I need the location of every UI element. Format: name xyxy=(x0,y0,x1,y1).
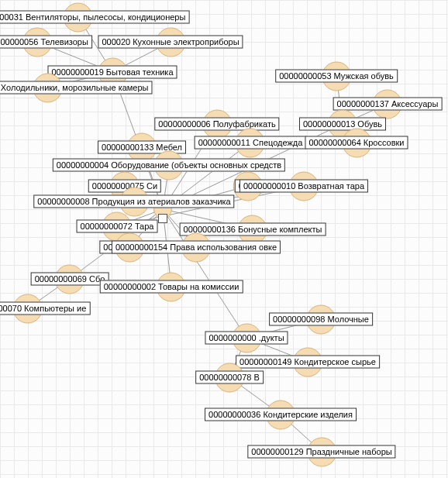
node-label: 00000000072 Тара xyxy=(77,220,158,233)
node-label: 00000000010 Возвратная тара xyxy=(240,180,368,193)
node-label: 00000000056 Телевизоры xyxy=(0,36,92,49)
node-label: 00000000149 Кондитерское сырье xyxy=(236,356,380,369)
graph-node[interactable]: 00000000137 Аксессуары xyxy=(333,98,443,111)
graph-node[interactable]: 00000000019 Бытовая техника xyxy=(47,66,177,79)
node-label: 00000000036 Кондитерские изделия xyxy=(205,408,357,421)
graph-node[interactable]: 00000000064 Кроссовки xyxy=(305,136,408,150)
graph-node[interactable]: 00000000056 Телевизоры xyxy=(0,36,92,49)
node-label: 00000000025 Холодильники, морозильные ка… xyxy=(0,81,153,95)
graph-node[interactable]: 00000000013 Обувь xyxy=(299,118,386,131)
node-label: 00000000002 Товары на комиссии xyxy=(100,280,243,294)
node-label: 000020 Кухонные электроприборы xyxy=(98,36,243,49)
node-label: 00000000070 Компьютеры ие xyxy=(0,302,90,315)
node-label: 00000000006 Полуфабрикать xyxy=(154,118,279,131)
graph-node[interactable]: 00000000129 Праздничные наборы xyxy=(247,445,395,459)
graph-node[interactable]: 00000000002 Товары на комиссии xyxy=(100,280,243,294)
graph-node[interactable]: 00000000008 Продукция из атериалов заказ… xyxy=(33,195,234,208)
node-label: 0000000000 .дукты xyxy=(205,332,288,345)
graph-node[interactable]: 00000000006 Полуфабрикать xyxy=(154,118,279,131)
graph-node[interactable]: 00000000149 Кондитерское сырье xyxy=(236,356,380,369)
node-label: 00000000137 Аксессуары xyxy=(333,98,443,111)
graph-node[interactable]: 00000000098 Молочные xyxy=(269,313,373,326)
node-label: 00000000129 Праздничные наборы xyxy=(247,445,395,459)
node-label: 00000000069 Сбо xyxy=(31,273,109,286)
graph-node[interactable]: 00000000004 Оборудование (объекты основн… xyxy=(53,159,285,172)
graph-node[interactable]: 00000000025 Холодильники, морозильные ка… xyxy=(0,81,153,95)
node-label: 00000000008 Продукция из атериалов заказ… xyxy=(33,195,234,208)
node-label: 00000000078 В xyxy=(195,371,264,384)
graph-node[interactable]: 00000000070 Компьютеры ие xyxy=(0,302,90,315)
node-label: 00000000053 Мужская обувь xyxy=(275,70,398,83)
graph-node[interactable]: 00000000036 Кондитерские изделия xyxy=(205,408,357,421)
graph-node[interactable]: 00000000010 Возвратная тара xyxy=(240,180,368,193)
node-label: 00000000011 Спецодежда xyxy=(195,136,307,150)
graph-node[interactable]: 00000000078 В xyxy=(195,371,264,384)
graph-node[interactable]: 00000000072 Тара xyxy=(77,220,158,233)
node-label: 00000000004 Оборудование (объекты основн… xyxy=(53,159,285,172)
node-label: 00000000064 Кроссовки xyxy=(305,136,408,150)
graph-node[interactable]: 00000000011 Спецодежда xyxy=(195,136,307,150)
node-label: 00000000098 Молочные xyxy=(269,313,373,326)
graph-node[interactable]: 000020 Кухонные электроприборы xyxy=(98,36,243,49)
graph-node[interactable]: 0000000000 .дукты xyxy=(205,332,288,345)
graph-node[interactable]: 00000000031 Вентиляторы, пылесосы, конди… xyxy=(0,11,189,24)
graph-node[interactable]: 00000000053 Мужская обувь xyxy=(275,70,398,83)
node-label: 00000000154 Права использования овке xyxy=(112,241,281,254)
node-label: 00000000019 Бытовая техника xyxy=(47,66,177,79)
graph-node[interactable]: 00000000154 Права использования овке xyxy=(112,241,281,254)
graph-node[interactable]: 00000000069 Сбо xyxy=(31,273,109,286)
expand-icon[interactable] xyxy=(158,214,167,223)
node-label: 00000000013 Обувь xyxy=(299,118,386,131)
node-label: 00000000031 Вентиляторы, пылесосы, конди… xyxy=(0,11,189,24)
